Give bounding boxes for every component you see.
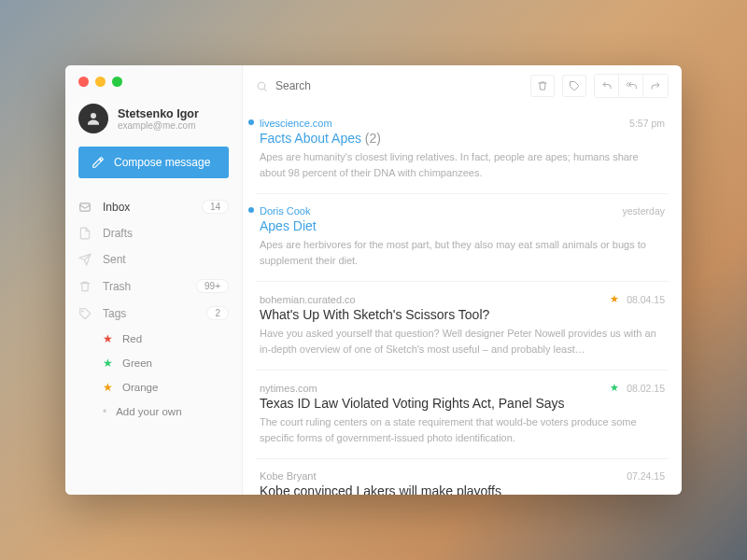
trash-icon [78,280,92,293]
profile-name: Stetsenko Igor [118,107,199,120]
close-window-icon[interactable] [78,77,89,87]
avatar [78,104,108,133]
nav-badge: 2 [206,306,229,320]
reply-button[interactable] [595,75,619,97]
minimize-window-icon[interactable] [95,77,106,87]
compose-button[interactable]: Compose message [78,147,229,178]
message-subject: Facts About Apes (2) [260,131,665,146]
nav-badge: 99+ [196,279,229,293]
star-icon: ★ [103,357,113,370]
svg-point-2 [82,310,83,311]
message-timestamp: 5:57 pm [629,118,665,129]
trash-icon [537,80,548,91]
tags-list: ★Red ★Green ★Orange •Add your own [65,327,242,424]
nav-label: Tags [103,307,206,320]
star-icon: ★ [103,332,113,345]
message-preview: Apes are humanity's closest living relat… [260,149,665,180]
tag-label: Green [122,357,152,369]
message-timestamp: 08.02.15 [627,383,665,394]
message-preview: Apes are herbivores for the most part, b… [260,237,665,268]
nav-item-trash[interactable]: Trash 99+ [65,273,242,300]
main-panel: livescience.com5:57 pmFacts About Apes (… [243,65,682,495]
message-sender: livescience.com [260,118,622,129]
nav-list: Inbox 14 Drafts Sent Trash 99+ Tags 2 [65,191,242,327]
message-sender: bohemian.curated.co [260,294,597,305]
drafts-icon [78,227,92,240]
message-timestamp: yesterday [622,205,665,217]
window-controls [65,77,242,100]
unread-dot-icon [248,119,254,125]
delete-button[interactable] [530,75,555,97]
message-item[interactable]: nytimes.com★08.02.15Texas ID Law Violate… [256,371,669,459]
tag-icon [569,80,580,91]
compose-label: Compose message [114,156,210,169]
message-list[interactable]: livescience.com5:57 pmFacts About Apes (… [243,106,682,495]
tag-item-add[interactable]: •Add your own [65,399,242,424]
message-item[interactable]: livescience.com5:57 pmFacts About Apes (… [256,106,669,194]
nav-group [594,74,669,98]
message-subject: Apes Diet [260,218,665,233]
profile-email: example@me.com [118,120,199,131]
flag-star-icon: ★ [610,293,619,305]
message-timestamp: 08.04.15 [627,294,665,305]
reply-all-icon [625,80,638,91]
reply-icon [601,80,613,91]
forward-icon [650,80,661,91]
tags-icon [78,307,92,320]
svg-point-3 [258,82,265,90]
sent-icon [78,253,92,266]
message-sender: nytimes.com [260,383,597,394]
nav-badge: 14 [202,200,229,214]
nav-item-sent[interactable]: Sent [65,246,242,273]
tag-item-red[interactable]: ★Red [65,327,242,351]
nav-label: Sent [103,253,229,266]
unread-dot-icon [248,207,254,213]
toolbar [243,65,682,106]
message-subject: What's Up With Sketch's Scissors Tool? [260,307,665,322]
message-sender: Kobe Bryant [260,470,619,482]
nav-item-inbox[interactable]: Inbox 14 [65,193,242,220]
reply-all-button[interactable] [619,75,643,97]
inbox-icon [78,201,92,214]
nav-item-drafts[interactable]: Drafts [65,220,242,246]
compose-icon [92,156,105,169]
search-input[interactable] [275,79,523,92]
sidebar: Stetsenko Igor example@me.com Compose me… [65,65,243,495]
message-sender: Doris Cook [260,205,614,217]
message-item[interactable]: Kobe Bryant07.24.15Kobe convinced Lakers… [256,459,669,495]
forward-button[interactable] [643,75,668,97]
tag-label: Orange [122,382,158,393]
tag-item-orange[interactable]: ★Orange [65,375,242,399]
message-count: (2) [361,131,381,146]
message-preview: The court ruling centers on a state requ… [260,414,665,445]
nav-item-tags[interactable]: Tags 2 [65,300,242,327]
tag-button[interactable] [562,75,586,97]
tag-item-green[interactable]: ★Green [65,351,242,375]
flag-star-icon: ★ [610,382,619,394]
message-subject: Texas ID Law Violated Voting Rights Act,… [260,396,665,411]
message-item[interactable]: Doris CookyesterdayApes DietApes are her… [256,194,669,282]
star-icon: ★ [103,381,113,394]
svg-point-0 [91,113,96,119]
profile-meta: Stetsenko Igor example@me.com [118,107,199,131]
nav-label: Inbox [103,201,202,214]
svg-rect-1 [80,203,91,210]
tag-label: Red [122,333,142,344]
message-item[interactable]: bohemian.curated.co★08.04.15What's Up Wi… [256,282,669,371]
nav-label: Drafts [103,227,229,240]
app-window: Stetsenko Igor example@me.com Compose me… [65,65,682,495]
search-icon [256,80,268,92]
message-timestamp: 07.24.15 [627,470,665,482]
profile[interactable]: Stetsenko Igor example@me.com [65,100,242,147]
search-wrap [256,79,523,92]
maximize-window-icon[interactable] [112,77,122,87]
bullet-icon: • [103,405,106,418]
nav-label: Trash [103,280,196,293]
tag-label: Add your own [116,406,181,417]
message-preview: Have you asked yourself that question? W… [260,326,665,357]
message-subject: Kobe convinced Lakers will make playoffs [260,483,665,495]
